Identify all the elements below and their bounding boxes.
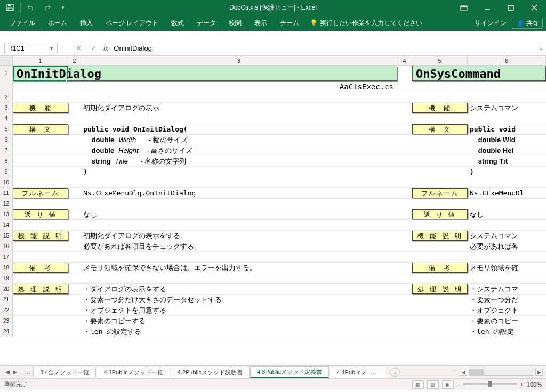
cancel-formula-button[interactable]: ✕ bbox=[74, 44, 83, 52]
cell[interactable]: double Height - 高さのサイズ bbox=[81, 145, 397, 156]
scroll-track[interactable] bbox=[469, 369, 533, 376]
row-header[interactable]: 11 bbox=[0, 188, 13, 198]
cell[interactable]: 必要があれば各項目をチェックする。 bbox=[81, 241, 397, 251]
zoom-out-button[interactable]: − bbox=[457, 381, 460, 388]
cell[interactable]: Ns.CExeMenuDlg.OnInitDialog bbox=[81, 188, 397, 198]
label-function[interactable]: 機 能 bbox=[412, 103, 468, 113]
view-page-break-button[interactable]: ▣ bbox=[442, 380, 454, 389]
label-syntax[interactable]: 構 文 bbox=[13, 124, 68, 134]
tab-view[interactable]: 表示 bbox=[248, 15, 274, 31]
tab-insert[interactable]: 挿入 bbox=[74, 15, 99, 31]
row-header[interactable]: 17 bbox=[0, 252, 13, 262]
tab-review[interactable]: 校閲 bbox=[222, 15, 248, 31]
fx-icon[interactable]: fx bbox=[103, 45, 108, 52]
zoom-level[interactable]: 100% bbox=[527, 381, 542, 388]
cell[interactable]: ) bbox=[81, 167, 397, 177]
tab-home[interactable]: ホーム bbox=[42, 15, 74, 31]
col-header[interactable]: 1 bbox=[13, 56, 68, 65]
row-header[interactable]: 8 bbox=[0, 156, 13, 166]
signin-link[interactable]: サインイン bbox=[475, 19, 507, 28]
label-return[interactable]: 返 り 値 bbox=[13, 209, 68, 219]
cell[interactable]: 初期化ダイアログの表示をする。 bbox=[81, 231, 397, 241]
tell-me[interactable]: 💡 実行したい作業を入力してください bbox=[310, 19, 422, 28]
row-header[interactable]: 18 bbox=[0, 263, 13, 273]
row-header[interactable]: 15 bbox=[0, 231, 13, 241]
row-header[interactable]: 20 bbox=[0, 284, 13, 294]
tab-overflow-left[interactable]: ... bbox=[22, 369, 33, 375]
tab-page-layout[interactable]: ページ レイアウト bbox=[99, 15, 165, 31]
cell[interactable]: public void bbox=[468, 124, 546, 134]
cell[interactable]: メモリ領域を確保できない場合は、エラーを出力する。 bbox=[81, 263, 397, 273]
label-fullname[interactable]: フルネーム bbox=[412, 188, 468, 198]
name-box[interactable]: R1C1 ▼ bbox=[4, 43, 58, 54]
cell[interactable]: double Width - 幅のサイズ bbox=[81, 135, 397, 145]
row-header[interactable]: 14 bbox=[0, 220, 13, 230]
expand-formula-button[interactable]: ⌄ bbox=[535, 45, 546, 51]
row-header[interactable]: 22 bbox=[0, 305, 13, 315]
row-header[interactable]: 21 bbox=[0, 295, 13, 305]
col-header[interactable]: 4 bbox=[397, 56, 412, 65]
view-page-layout-button[interactable]: ▥ bbox=[427, 380, 439, 389]
sheet-tab-active[interactable]: 4.3Publicメソッド定義書 bbox=[250, 366, 329, 378]
undo-button[interactable] bbox=[24, 1, 38, 14]
cell[interactable]: なし bbox=[468, 209, 546, 219]
view-normal-button[interactable]: ▦ bbox=[412, 380, 424, 389]
cell[interactable]: ・オブジェクト bbox=[468, 305, 546, 315]
file-tab[interactable]: ファイル bbox=[3, 15, 42, 31]
col-header[interactable]: 5 bbox=[412, 56, 468, 65]
cell[interactable]: double Hei bbox=[468, 145, 546, 156]
cell[interactable]: 必要があれば各 bbox=[468, 241, 546, 251]
sheet-tab[interactable]: 3.4全メソッド一覧 bbox=[33, 367, 96, 378]
scroll-left-button[interactable]: ◀ bbox=[460, 369, 467, 376]
cell[interactable]: ・オブジェクトを用意する bbox=[81, 305, 397, 315]
cell[interactable]: なし bbox=[81, 209, 397, 219]
sheet-tab[interactable]: 4.1Publicメソッド一覧 bbox=[97, 367, 170, 378]
ribbon-options-button[interactable] bbox=[452, 0, 476, 15]
col-header[interactable]: 3 bbox=[81, 56, 397, 65]
tab-divider-icon[interactable]: ⋮ bbox=[452, 369, 457, 375]
cell-title-right[interactable]: OnSysCommand bbox=[412, 66, 546, 81]
cell[interactable]: システムコマン bbox=[468, 231, 546, 241]
cell-filename[interactable]: AaClsExec.cs bbox=[81, 81, 397, 92]
select-all-button[interactable] bbox=[0, 56, 13, 65]
qat-customize-button[interactable]: ▾ bbox=[56, 1, 70, 14]
close-button[interactable] bbox=[523, 0, 546, 15]
zoom-thumb[interactable] bbox=[488, 381, 492, 387]
label-desc[interactable]: 機 能 説 明 bbox=[13, 231, 68, 241]
label-process[interactable]: 処 理 説 明 bbox=[13, 284, 68, 294]
cell[interactable]: ・要素一つ分だ bbox=[468, 295, 546, 305]
tab-nav-first[interactable]: ◀ bbox=[4, 369, 11, 375]
cell[interactable]: string Tit bbox=[468, 156, 546, 166]
cell[interactable]: ・ダイアログの表示をする bbox=[81, 284, 397, 294]
row-header[interactable]: 10 bbox=[0, 177, 13, 187]
sheet-tab[interactable]: 4.2Publicメソッド説明書 bbox=[171, 367, 250, 378]
label-desc[interactable]: 機 能 説 明 bbox=[412, 231, 468, 241]
row-header[interactable]: 2 bbox=[0, 92, 13, 102]
cell[interactable]: ・システムコマ bbox=[468, 284, 546, 294]
row-header[interactable]: 1 bbox=[0, 66, 13, 81]
row-header[interactable]: 5 bbox=[0, 124, 13, 134]
cell[interactable]: ) bbox=[468, 167, 546, 177]
row-header[interactable]: 19 bbox=[0, 273, 13, 283]
maximize-button[interactable] bbox=[499, 0, 523, 15]
cell[interactable]: システムコマン bbox=[468, 103, 546, 113]
row-header[interactable]: 9 bbox=[0, 167, 13, 177]
minimize-button[interactable] bbox=[476, 0, 499, 15]
add-sheet-button[interactable]: + bbox=[390, 368, 400, 377]
tab-team[interactable]: チーム bbox=[274, 15, 306, 31]
zoom-in-button[interactable]: + bbox=[520, 381, 523, 388]
label-syntax[interactable]: 構 文 bbox=[412, 124, 468, 134]
enter-formula-button[interactable]: ✓ bbox=[89, 44, 98, 52]
row-header[interactable] bbox=[0, 81, 13, 92]
row-header[interactable]: 13 bbox=[0, 209, 13, 219]
cell[interactable]: public void OnInitDialog( bbox=[81, 124, 397, 134]
row-header[interactable]: 12 bbox=[0, 199, 13, 209]
row-header[interactable]: 24 bbox=[0, 326, 13, 337]
zoom-slider[interactable] bbox=[463, 383, 517, 385]
tab-data[interactable]: データ bbox=[190, 15, 222, 31]
row-header[interactable]: 16 bbox=[0, 241, 13, 251]
formula-input[interactable]: OnInitDialog bbox=[108, 44, 535, 52]
tab-formulas[interactable]: 数式 bbox=[165, 15, 190, 31]
cell[interactable]: ・len の設定 bbox=[468, 326, 546, 337]
cell[interactable]: ・要素のコピーする bbox=[81, 316, 397, 326]
